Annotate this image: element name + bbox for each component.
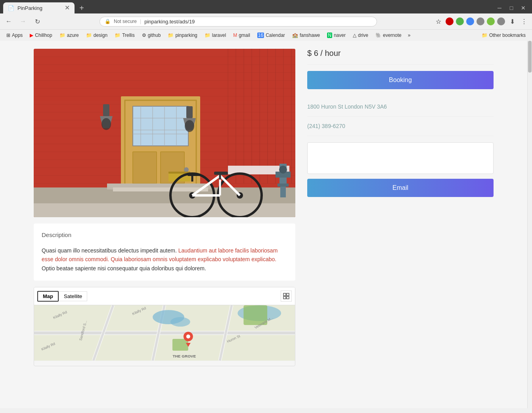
main-area: Description Quasi quam illo necessitatib… [0,41,527,408]
scrollbar[interactable] [527,41,532,408]
scrollbar-thumb[interactable] [528,41,532,73]
bookmark-chillhop[interactable]: ▶ Chillhop [27,31,55,39]
bookmark-naver[interactable]: N naver [324,31,349,39]
bookmark-naver-label: naver [334,33,346,38]
bookmark-design-label: design [94,33,107,38]
menu-icon[interactable]: ⋮ [519,17,529,26]
bookmark-github-label: github [148,33,161,38]
bookmark-laravel-label: laravel [212,33,226,38]
extension-icon-3[interactable] [466,17,474,25]
tab-title: PinParking [17,5,61,11]
bookmark-folder-icon[interactable]: 📁 Other bookmarks [478,31,529,39]
svg-rect-67 [188,174,199,176]
price-section: $ 6 / hour [307,49,494,65]
bookmark-trellis-label: Trellis [122,33,135,38]
evernote-icon: 🐘 [375,33,381,38]
more-chevron-icon: » [408,33,411,38]
folder-icon-laravel: 📁 [205,33,211,38]
bookmark-pinparking[interactable]: 📁 pinparking [165,31,200,39]
download-icon[interactable]: ⬇ [507,17,517,26]
bookmark-trellis[interactable]: 📁 Trellis [111,31,138,39]
url-text: pinparking.test/ads/19 [144,19,195,25]
gmail-icon: M [233,33,237,38]
bookmark-evernote[interactable]: 🐘 evernote [372,31,405,39]
phone-text: (241) 389-6270 [307,123,345,129]
more-bookmarks-button[interactable]: » [406,31,413,39]
bookmark-fanshawe[interactable]: 🏫 fanshawe [289,31,323,39]
email-button[interactable]: Email [307,179,494,197]
browser-tab[interactable]: 📄 PinParking ✕ [3,2,75,13]
forward-button[interactable]: → [17,16,29,27]
toolbar-icons: ☆ ⬇ ⋮ [434,17,529,26]
bookmark-azure[interactable]: 📁 azure [56,31,82,39]
svg-rect-72 [280,185,286,197]
svg-point-88 [170,317,190,327]
reload-button[interactable]: ↻ [32,16,43,27]
map-expand-button[interactable] [281,291,292,302]
bookmark-calendar[interactable]: 16 Calendar [254,31,288,39]
svg-rect-73 [277,184,289,187]
bookmark-fanshawe-label: fanshawe [300,33,320,38]
svg-rect-33 [133,106,188,146]
property-image [34,49,295,217]
bookmark-drive-label: drive [358,33,368,38]
description-section: Description Quasi quam illo necessitatib… [34,224,295,281]
svg-rect-49 [186,106,193,118]
extension-icon-4[interactable] [477,17,484,25]
tab-close-button[interactable]: ✕ [65,5,70,11]
map-tab-map[interactable]: Map [37,291,59,302]
bookmark-design[interactable]: 📁 design [83,31,111,39]
github-icon: ⚙ [142,33,146,38]
new-tab-button[interactable]: + [76,2,87,13]
calendar-icon: 16 [257,33,264,38]
folder-icon-azure: 📁 [59,33,65,38]
naver-icon: N [327,33,332,38]
bookmarks-bar: ⊞ Apps ▶ Chillhop 📁 azure 📁 design 📁 Tre… [0,29,532,41]
svg-rect-74 [283,293,286,296]
description-intro: Quasi quam illo necessitatibus delectus … [42,247,178,254]
drive-icon: △ [353,33,356,38]
bookmark-github[interactable]: ⚙ github [139,31,164,39]
bookmark-laravel[interactable]: 📁 laravel [201,31,229,39]
bookmark-pinparking-label: pinparking [175,33,197,38]
folder-icon-design: 📁 [86,33,92,38]
fanshawe-icon: 🏫 [292,33,298,38]
map-body[interactable]: Kilally Rd Kilally Rd Sandford S... Kila… [34,305,295,361]
address-text: 1800 Huron St London N5V 3A6 [307,103,387,110]
svg-rect-75 [287,293,289,296]
address-bar-row: ← → ↻ 🔒 Not secure | pinparking.test/ads… [0,13,532,29]
svg-rect-41 [133,152,157,184]
svg-rect-76 [283,296,286,299]
star-icon[interactable]: ☆ [434,17,443,26]
address-section: 1800 Huron St London N5V 3A6 [307,97,494,117]
svg-rect-91 [172,339,188,351]
content-wrapper: Description Quasi quam illo necessitatib… [26,41,501,374]
minimize-button[interactable]: ─ [494,2,505,13]
price-label: $ 6 / hour [307,49,341,57]
extension-icon-2[interactable] [456,17,464,25]
map-controls: Map Satellite [34,287,295,305]
extension-icon-5[interactable] [487,17,495,25]
map-tab-satellite[interactable]: Satellite [59,291,87,301]
left-panel: Description Quasi quam illo necessitatib… [34,49,295,366]
other-bookmarks-label: Other bookmarks [489,33,526,38]
tab-favicon: 📄 [8,5,14,11]
message-textarea[interactable] [307,142,494,174]
folder-other-icon: 📁 [482,33,488,38]
close-window-button[interactable]: ✕ [518,2,529,13]
extension-icon-6[interactable] [497,17,505,25]
svg-point-48 [101,118,111,130]
window-controls: ─ □ ✕ [494,2,529,13]
bookmark-apps[interactable]: ⊞ Apps [3,31,26,39]
bookmark-drive[interactable]: △ drive [350,31,371,39]
svg-rect-77 [287,296,289,299]
address-bar[interactable]: 🔒 Not secure | pinparking.test/ads/19 [100,17,377,27]
back-button[interactable]: ← [3,16,14,27]
svg-rect-56 [113,187,208,191]
extension-icon-1[interactable] [446,17,454,25]
bookmark-gmail[interactable]: M gmail [230,31,253,39]
email-section: Email [307,142,494,197]
booking-button[interactable]: Booking [307,71,494,89]
maximize-button[interactable]: □ [506,2,517,13]
bookmark-gmail-label: gmail [239,33,250,38]
